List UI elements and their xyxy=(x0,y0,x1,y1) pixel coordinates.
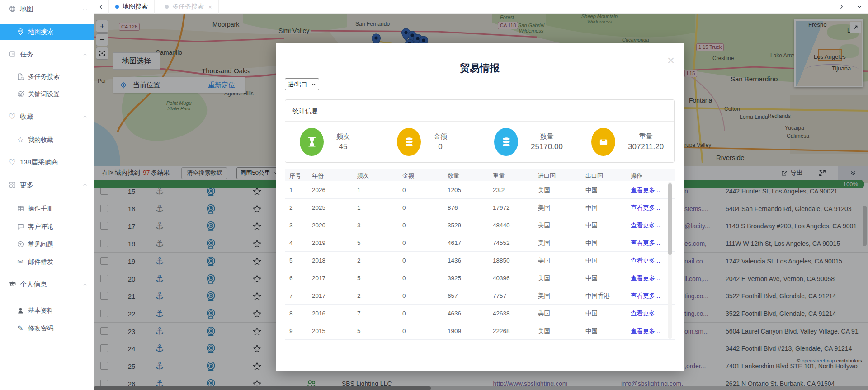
trade-table-cell: 中国 xyxy=(585,181,628,199)
view-more-link[interactable]: 查看更多... xyxy=(631,181,672,199)
trade-table-cell: 美国 xyxy=(538,287,583,305)
trade-table-cell: 美国 xyxy=(538,181,583,199)
stat-item-重量: 重量307211.20 xyxy=(577,128,674,156)
trade-table-cell: 9 xyxy=(289,322,309,340)
heart-icon: ♡ xyxy=(8,112,17,121)
trade-table-cell: 8 xyxy=(289,305,309,322)
tabs-scroll-right-button[interactable] xyxy=(832,0,850,14)
tabs-menu-button[interactable] xyxy=(850,0,868,14)
stat-value: 0 xyxy=(434,142,447,151)
trade-table-cell: 美国 xyxy=(538,252,583,269)
trade-table-cell: 1909 xyxy=(448,322,490,340)
stat-value: 25170.00 xyxy=(531,142,563,151)
trade-table-cell: 中国 xyxy=(585,252,628,269)
sidebar-group-favorites[interactable]: ♡收藏 xyxy=(0,108,94,125)
chevron-up-icon xyxy=(82,114,88,119)
globe-icon xyxy=(8,5,17,14)
sidebar-item-label: 邮件群发 xyxy=(28,258,53,266)
view-more-link[interactable]: 查看更多... xyxy=(631,305,672,322)
box-icon xyxy=(591,128,615,156)
trade-table-cell: 2 xyxy=(357,287,400,305)
sidebar-item-my-favorites[interactable]: ☆我的收藏 xyxy=(0,132,94,148)
chevron-up-icon xyxy=(82,282,88,287)
trade-table-cell: 0 xyxy=(402,216,445,234)
trade-table-cell: 1205 xyxy=(448,181,490,199)
trade-table-header: 数量 xyxy=(448,169,490,182)
trade-table-cell: 74552 xyxy=(493,234,535,252)
sidebar-group-map[interactable]: 地图 xyxy=(0,1,94,17)
sidebar-item-label: 更多 xyxy=(20,181,33,189)
sidebar-group-more[interactable]: 更多 xyxy=(0,177,94,193)
view-more-link[interactable]: 查看更多... xyxy=(631,216,672,234)
trade-table-cell: 4 xyxy=(289,234,309,252)
modal-table-scrollbar-thumb[interactable] xyxy=(668,183,672,255)
sidebar-item-keyword-settings[interactable]: 关键词设置 xyxy=(0,86,94,103)
trade-table-cell: 23.2 xyxy=(493,181,535,199)
stat-item-频次: 频次45 xyxy=(285,128,382,156)
view-more-link[interactable]: 查看更多... xyxy=(631,269,672,287)
sidebar-item-mass-mail[interactable]: ✉邮件群发 xyxy=(0,254,94,270)
trade-table-cell: 5 xyxy=(357,234,400,252)
target-icon xyxy=(16,90,25,99)
trade-table-cell: 7 xyxy=(289,287,309,305)
trade-table-cell: 657 xyxy=(448,287,490,305)
sidebar-item-label: 收藏 xyxy=(20,113,33,121)
view-more-link[interactable]: 查看更多... xyxy=(631,234,672,252)
trade-table-cell: 中国 xyxy=(585,322,628,340)
sidebar-item-customer-reviews[interactable]: 客户评论 xyxy=(0,219,94,235)
sidebar-group-personal-info[interactable]: 个人信息 xyxy=(0,276,94,292)
import-export-select[interactable]: 进/出口 xyxy=(285,78,319,90)
trade-table-cell: 2020 xyxy=(312,216,354,234)
tabs-scroll-left-button[interactable] xyxy=(94,0,109,14)
sidebar-item-label: 关键词设置 xyxy=(28,90,60,99)
sidebar-item-faq[interactable]: 常见问题 xyxy=(0,236,94,253)
view-more-link[interactable]: 查看更多... xyxy=(631,287,672,305)
sidebar-item-138th-buyers[interactable]: ♡138届采购商 xyxy=(0,154,94,170)
trade-table-cell: 1 xyxy=(289,181,309,199)
sidebar-item-label: 基本资料 xyxy=(28,307,53,315)
trade-table-cell: 2017 xyxy=(312,269,354,287)
trade-table-cell: 2019 xyxy=(312,234,354,252)
sidebar-item-multitask-search[interactable]: 多任务搜索 xyxy=(0,69,94,85)
trade-table-cell: 4636 xyxy=(448,305,490,322)
trade-table-cell: 3 xyxy=(357,216,400,234)
user-icon xyxy=(16,306,25,315)
trade-table-cell: 中国 xyxy=(585,234,628,252)
trade-table-cell: 中国香港 xyxy=(585,287,628,305)
trade-table-cell: 1436 xyxy=(448,252,490,269)
sidebar-item-basic-profile[interactable]: 基本资料 xyxy=(0,303,94,319)
trade-table-cell: 6 xyxy=(289,269,309,287)
sidebar-item-label: 地图 xyxy=(20,5,33,14)
stat-label: 数量 xyxy=(531,132,563,141)
trade-table-cell: 40396 xyxy=(493,269,535,287)
sidebar: 地图地图搜索任务多任务搜索关键词设置♡收藏☆我的收藏♡138届采购商更多操作手册… xyxy=(0,0,94,390)
view-more-link[interactable]: 查看更多... xyxy=(631,252,672,269)
view-more-link[interactable]: 查看更多... xyxy=(631,199,672,216)
tab-map-search[interactable]: 地图搜索 xyxy=(109,0,155,14)
tab-close-icon[interactable]: × xyxy=(208,4,212,10)
sidebar-item-change-password[interactable]: ✎修改密码 xyxy=(0,320,94,337)
trade-table-cell: 美国 xyxy=(538,322,583,340)
sidebar-item-manual[interactable]: 操作手册 xyxy=(0,201,94,217)
statistics-title: 统计信息 xyxy=(285,100,674,122)
tab-bar: 地图搜索 多任务搜索 × xyxy=(94,0,868,14)
tab-multitask-search[interactable]: 多任务搜索 × xyxy=(159,0,219,14)
trade-table-row: 9201550190922268美国中国查看更多... xyxy=(285,322,675,340)
comment-icon xyxy=(16,222,25,231)
sidebar-item-map-search[interactable]: 地图搜索 xyxy=(0,24,94,40)
trade-table-header: 序号 xyxy=(289,169,309,182)
trade-table-cell: 0 xyxy=(402,287,445,305)
chevron-up-icon xyxy=(82,52,88,57)
trade-table-cell: 42638 xyxy=(493,305,535,322)
view-more-link[interactable]: 查看更多... xyxy=(631,322,672,340)
trade-table-cell: 0 xyxy=(402,322,445,340)
trade-table-cell: 5 xyxy=(357,322,400,340)
trade-table-row: 3202030352948440美国中国查看更多... xyxy=(285,216,675,234)
trade-table-cell: 2017 xyxy=(312,287,354,305)
trade-table-cell: 2018 xyxy=(312,252,354,269)
trade-table-row: 6201750392540396美国中国查看更多... xyxy=(285,269,675,287)
sidebar-group-tasks[interactable]: 任务 xyxy=(0,46,94,62)
trade-table-cell: 18850 xyxy=(493,252,535,269)
trade-table-cell: 0 xyxy=(402,305,445,322)
trade-table-cell: 3 xyxy=(289,216,309,234)
